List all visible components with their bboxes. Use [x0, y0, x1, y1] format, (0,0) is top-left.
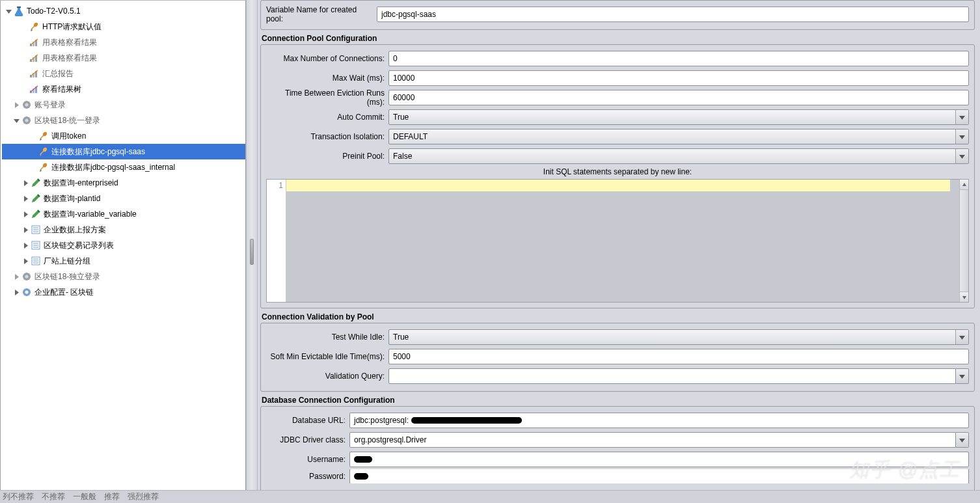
db-conf-title: Database Connection Configuration [262, 396, 973, 405]
tree-item-plant-chain-group[interactable]: 厂站上链分组 [2, 253, 245, 269]
tree-label: 用表格察看结果 [42, 53, 97, 64]
tree-item-table-results-1[interactable]: 用表格察看结果 [2, 34, 245, 50]
password-input[interactable] [349, 469, 969, 483]
tree-label: HTTP请求默认值 [42, 21, 102, 33]
validation-title: Connection Validation by Pool [262, 312, 973, 321]
svg-marker-51 [959, 439, 965, 442]
chevron-right-icon[interactable] [12, 288, 20, 296]
max-conn-label: Max Number of Connections: [266, 54, 388, 63]
tree-item-db-pgsql-saas[interactable]: 连接数据库jdbc-pgsql-saas [2, 144, 245, 159]
tree-item-enterprise-config[interactable]: 企业配置- 区块链 [2, 284, 245, 300]
svg-point-19 [25, 119, 29, 122]
scroll-down-icon[interactable] [960, 292, 968, 302]
pool-conf-title: Connection Pool Configuration [262, 34, 973, 43]
svg-marker-33 [24, 258, 28, 264]
scroll-track[interactable] [960, 190, 968, 292]
chevron-right-icon[interactable] [21, 257, 29, 265]
test-idle-combo[interactable]: True [388, 329, 969, 345]
tree-label: 企业数据上报方案 [44, 224, 106, 236]
val-query-input[interactable] [388, 368, 956, 384]
auto-commit-combo[interactable]: True [388, 109, 969, 125]
test-idle-value: True [389, 333, 955, 342]
tree-label: 企业配置- 区块链 [34, 287, 94, 298]
code-gutter: 1 [267, 180, 286, 302]
tx-iso-label: Transaction Isolation: [266, 132, 388, 141]
val-query-combo[interactable] [388, 368, 969, 384]
db-url-label: Database URL: [266, 416, 349, 425]
chevron-right-icon[interactable] [21, 179, 29, 187]
tree-item-table-results-2[interactable]: 用表格察看结果 [2, 50, 245, 66]
validation-section: Test While Idle: True Soft Min Evictable… [260, 323, 975, 392]
chart-icon [29, 84, 40, 94]
tree-item-blockchain18-indep[interactable]: 区块链18-独立登录 [2, 269, 245, 284]
tree-item-view-results-tree[interactable]: 察看结果树 [2, 81, 245, 97]
chevron-down-icon[interactable] [5, 7, 12, 15]
tree-item-query-plantid[interactable]: 数据查询-plantid [2, 191, 245, 206]
svg-marker-44 [959, 116, 965, 120]
chevron-down-icon [955, 129, 968, 144]
tree-root[interactable]: Todo-T2-V0.5.1 [2, 3, 245, 19]
chart-icon [29, 68, 40, 79]
tx-iso-value: DEFAULT [389, 132, 955, 141]
username-input[interactable] [349, 452, 969, 467]
chevron-down-icon[interactable] [956, 432, 969, 448]
tree-item-summary-report[interactable]: 汇总报告 [2, 66, 245, 81]
pencil-icon [31, 209, 41, 219]
chevron-right-icon[interactable] [21, 210, 29, 218]
footer-bar: 列不推荐 不推荐 一般般 推荐 强烈推荐 [0, 490, 980, 503]
evict-input[interactable] [388, 90, 969, 105]
tree-item-upload-scheme[interactable]: 企业数据上报方案 [2, 222, 245, 238]
tree-label: 数据查询-enterpriseid [44, 178, 118, 189]
svg-marker-22 [24, 211, 28, 217]
max-wait-input[interactable] [388, 70, 969, 86]
variable-name-box: Variable Name for created pool: [260, 0, 975, 30]
tree-item-tx-record-list[interactable]: 区块链交易记录列表 [2, 238, 245, 253]
wrench-icon [29, 21, 40, 32]
svg-point-16 [25, 103, 29, 107]
test-plan-tree[interactable]: Todo-T2-V0.5.1 HTTP请求默认值 用表格察看结果 用表格察看结果 [1, 1, 245, 303]
list-icon [31, 256, 41, 266]
chevron-right-icon[interactable] [21, 241, 29, 249]
tx-iso-combo[interactable]: DEFAULT [388, 129, 969, 144]
footer-text: 强烈推荐 [128, 491, 159, 502]
db-conf-section: Database URL: jdbc:postgresql: JDBC Driv… [260, 406, 975, 497]
var-name-input[interactable] [377, 7, 969, 22]
pool-conf-section: Max Number of Connections: Max Wait (ms)… [260, 44, 975, 308]
svg-rect-1 [17, 7, 21, 8]
chevron-right-icon[interactable] [21, 226, 29, 234]
tree-item-db-pgsql-saas-internal[interactable]: 连接数据库jdbc-pgsql-saas_internal [2, 159, 245, 175]
chevron-right-icon[interactable] [12, 101, 20, 109]
driver-input[interactable] [349, 432, 956, 448]
active-line-highlight [286, 180, 950, 191]
chevron-right-icon[interactable] [21, 195, 29, 202]
init-sql-editor[interactable]: 1 [266, 179, 969, 303]
pencil-icon [31, 178, 41, 188]
tree-item-call-token[interactable]: 调用token [2, 128, 245, 144]
soft-min-input[interactable] [388, 349, 969, 364]
max-conn-input[interactable] [388, 51, 969, 66]
scroll-up-icon[interactable] [960, 180, 968, 190]
chevron-right-icon[interactable] [12, 273, 20, 280]
preinit-combo[interactable]: False [388, 148, 969, 164]
tree-item-blockchain18-unified[interactable]: 区块链18-统一登录 [2, 113, 245, 128]
max-wait-label: Max Wait (ms): [266, 74, 388, 83]
redacted-icon [411, 417, 522, 424]
code-vscrollbar[interactable] [959, 180, 968, 302]
val-query-label: Validation Query: [266, 372, 388, 381]
tree-item-account-login[interactable]: 账号登录 [2, 97, 245, 113]
tree-item-query-enterpriseid[interactable]: 数据查询-enterpriseid [2, 175, 245, 191]
list-icon [31, 240, 41, 251]
chevron-down-icon[interactable] [956, 368, 969, 384]
svg-marker-28 [24, 243, 28, 249]
driver-combo[interactable] [349, 432, 969, 448]
tree-item-http-defaults[interactable]: HTTP请求默认值 [2, 19, 245, 34]
gear-shiny-icon [21, 287, 32, 297]
db-url-input[interactable]: jdbc:postgresql: [349, 413, 969, 428]
svg-marker-46 [959, 155, 965, 159]
splitter[interactable] [246, 0, 258, 503]
chevron-down-icon [955, 110, 968, 124]
password-label: Password: [266, 472, 349, 481]
chevron-down-icon[interactable] [12, 116, 20, 124]
tree-item-query-variable[interactable]: 数据查询-variable_variable [2, 206, 245, 222]
code-body[interactable] [286, 180, 959, 302]
